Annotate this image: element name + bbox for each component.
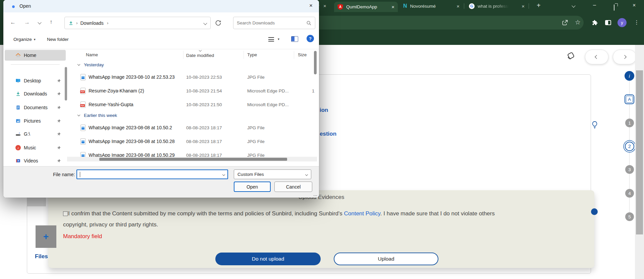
- refresh-icon[interactable]: [215, 19, 222, 26]
- column-header-type[interactable]: Type: [247, 52, 257, 57]
- file-name-field[interactable]: [76, 169, 228, 179]
- tab-close-icon[interactable]: ×: [391, 4, 394, 10]
- sidebar-item-downloads[interactable]: Downloads: [5, 88, 66, 99]
- sidebar-item-label: Videos: [24, 158, 38, 163]
- dialog-close-icon[interactable]: ×: [309, 2, 313, 9]
- preview-pane-icon[interactable]: [291, 36, 298, 42]
- view-mode-caret-icon[interactable]: ▾: [278, 37, 279, 41]
- file-row[interactable]: PDF Resume-Yashi-Gupta 10-08-2023 21:50 …: [77, 100, 315, 109]
- column-separator[interactable]: [244, 51, 244, 59]
- column-header-date[interactable]: Date modified: [186, 53, 214, 58]
- info-badge[interactable]: i: [625, 71, 634, 81]
- open-button[interactable]: Open: [234, 182, 271, 192]
- file-row[interactable]: WhatsApp Image 2023-08-10 at 22.53.23 10…: [77, 73, 315, 81]
- upload-button[interactable]: Upload: [334, 253, 438, 265]
- new-folder-button[interactable]: New folder: [47, 37, 69, 42]
- consent-checkbox[interactable]: [63, 211, 68, 216]
- group-header[interactable]: Yesterday: [84, 62, 104, 67]
- search-input[interactable]: [237, 20, 299, 25]
- partial-tab-close-icon[interactable]: ×: [323, 3, 326, 9]
- file-name-dropdown-icon[interactable]: [222, 173, 225, 176]
- split-screen-icon[interactable]: [605, 20, 611, 25]
- sidebar-item-label: Home: [24, 53, 36, 58]
- sidebar-item-pictures[interactable]: Pictures: [5, 116, 66, 126]
- divider: [3, 49, 319, 49]
- lightbulb-icon[interactable]: [591, 121, 598, 129]
- nav-forward-icon[interactable]: →: [24, 19, 30, 26]
- novoresume-icon: N: [403, 3, 407, 9]
- group-collapse-icon[interactable]: [77, 114, 80, 116]
- profile-avatar[interactable]: y: [618, 18, 627, 27]
- next-question-button[interactable]: [613, 50, 636, 64]
- search-box[interactable]: [233, 17, 315, 29]
- breadcrumb-dropdown-icon[interactable]: [203, 21, 207, 25]
- add-file-tile[interactable]: +: [36, 225, 56, 248]
- group-collapse-icon[interactable]: [77, 63, 80, 66]
- sidebar-item-desktop[interactable]: Desktop: [5, 75, 66, 86]
- window-minimize-button[interactable]: –: [593, 2, 596, 8]
- step-2-active[interactable]: 2: [625, 142, 634, 151]
- column-separator[interactable]: [183, 51, 183, 59]
- file-row[interactable]: PDF Resume-Zoya-Khanam (2) 10-08-2023 21…: [77, 87, 315, 95]
- column-header-name[interactable]: Name: [86, 52, 98, 57]
- consent-line2: copyright, privacy or third party rights…: [63, 219, 586, 230]
- step-5[interactable]: 5: [625, 212, 634, 221]
- tab-novoresume[interactable]: N Novorésumé ×: [400, 0, 463, 12]
- file-row[interactable]: WhatsApp Image 2023-08-08 at 10.50.2 08-…: [77, 124, 315, 132]
- column-header-size[interactable]: Size: [298, 52, 307, 57]
- step-3[interactable]: 3: [625, 165, 634, 174]
- sidebar-item-home[interactable]: Home: [5, 50, 66, 61]
- sidebar-item-label: Pictures: [24, 118, 41, 124]
- do-not-upload-button[interactable]: Do not upload: [215, 253, 321, 265]
- file-name-input[interactable]: [80, 172, 223, 177]
- tab-search[interactable]: G what is professio ×: [466, 0, 528, 12]
- horizontal-scrollbar-thumb[interactable]: [99, 158, 287, 161]
- window-close-button[interactable]: ×: [633, 2, 636, 8]
- file-row[interactable]: WhatsApp Image 2023-08-08 at 10.50.28 08…: [77, 137, 315, 145]
- pin-icon: [57, 119, 61, 123]
- page-scrollbar-thumb[interactable]: [636, 70, 643, 234]
- rotate-icon[interactable]: [566, 50, 576, 61]
- step-4[interactable]: 4: [625, 189, 634, 198]
- tab-close-icon[interactable]: ×: [522, 3, 525, 9]
- share-icon[interactable]: [561, 19, 569, 26]
- sidebar-item-music[interactable]: ♪ Music: [5, 142, 66, 153]
- sidebar-item-documents[interactable]: Documents: [5, 102, 66, 113]
- sidebar-scrollbar-thumb[interactable]: [65, 67, 67, 100]
- window-menu-icon[interactable]: [572, 4, 575, 7]
- clipped-link-text: ion: [320, 107, 328, 114]
- group-header[interactable]: Earlier this week: [84, 113, 117, 118]
- file-name: WhatsApp Image 2023-08-08 at 10.50.28: [89, 139, 175, 144]
- view-mode-icon[interactable]: [268, 37, 274, 42]
- extensions-puzzle-icon[interactable]: [591, 19, 598, 26]
- tab-close-icon[interactable]: ×: [457, 3, 460, 9]
- window-restore-button[interactable]: [614, 4, 614, 11]
- bookmark-star-icon[interactable]: ☆: [575, 18, 581, 26]
- list-scrollbar-thumb[interactable]: [314, 51, 317, 74]
- accessibility-button[interactable]: A: [625, 94, 634, 104]
- file-type-select[interactable]: Custom Files: [234, 169, 311, 179]
- organize-button[interactable]: Organize ▾: [13, 35, 36, 44]
- tab-qumldemoapp[interactable]: A QumlDemoApp ×: [334, 2, 398, 12]
- kebab-menu-icon[interactable]: ⋮: [634, 19, 639, 25]
- address-bar[interactable]: [275, 16, 584, 29]
- breadcrumb-location[interactable]: Downloads: [80, 20, 104, 26]
- new-tab-button[interactable]: +: [537, 2, 541, 9]
- breadcrumb[interactable]: › Downloads ›: [64, 17, 211, 29]
- dialog-titlebar[interactable]: Open ×: [3, 0, 319, 12]
- help-icon[interactable]: ?: [307, 35, 314, 42]
- step-1[interactable]: 1: [625, 119, 634, 127]
- nav-up-icon[interactable]: ↑: [50, 19, 53, 25]
- file-size: 1: [312, 88, 315, 93]
- breadcrumb-separator: ›: [107, 20, 109, 25]
- prev-question-button[interactable]: [585, 50, 608, 64]
- nav-back-icon[interactable]: ←: [10, 19, 16, 26]
- column-separator[interactable]: [294, 51, 294, 59]
- sidebar-item-videos[interactable]: Videos: [5, 155, 66, 166]
- nav-history-chevron-icon[interactable]: [38, 20, 41, 24]
- sidebar-item-g-drive[interactable]: 2 G:\: [5, 129, 66, 139]
- content-policy-link[interactable]: Content Policy: [344, 210, 380, 217]
- pin-icon: [57, 106, 61, 110]
- resize-grip[interactable]: [314, 193, 317, 196]
- cancel-button[interactable]: Cancel: [274, 182, 312, 192]
